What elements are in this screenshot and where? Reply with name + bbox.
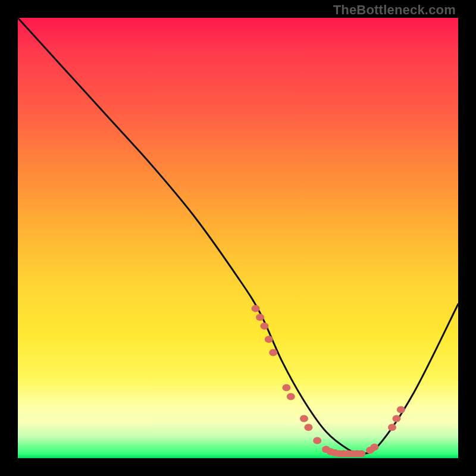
marker-point [392, 415, 400, 422]
marker-point [357, 450, 365, 458]
marker-point [265, 336, 273, 343]
plot-area [18, 18, 458, 458]
marker-point [300, 415, 308, 422]
marker-point [252, 305, 260, 312]
bottleneck-curve [18, 18, 458, 454]
marker-point [304, 424, 312, 431]
marker-point [313, 437, 321, 444]
chart-frame: TheBottleneck.com [0, 0, 476, 476]
marker-point [282, 384, 290, 392]
marker-point [256, 314, 264, 321]
marker-point [397, 406, 405, 414]
watermark-text: TheBottleneck.com [333, 2, 456, 18]
chart-svg [18, 18, 458, 458]
marker-point [260, 322, 268, 330]
marker-point [370, 444, 378, 451]
marker-point [269, 349, 277, 356]
marker-point [388, 424, 396, 431]
marker-point [287, 393, 295, 400]
